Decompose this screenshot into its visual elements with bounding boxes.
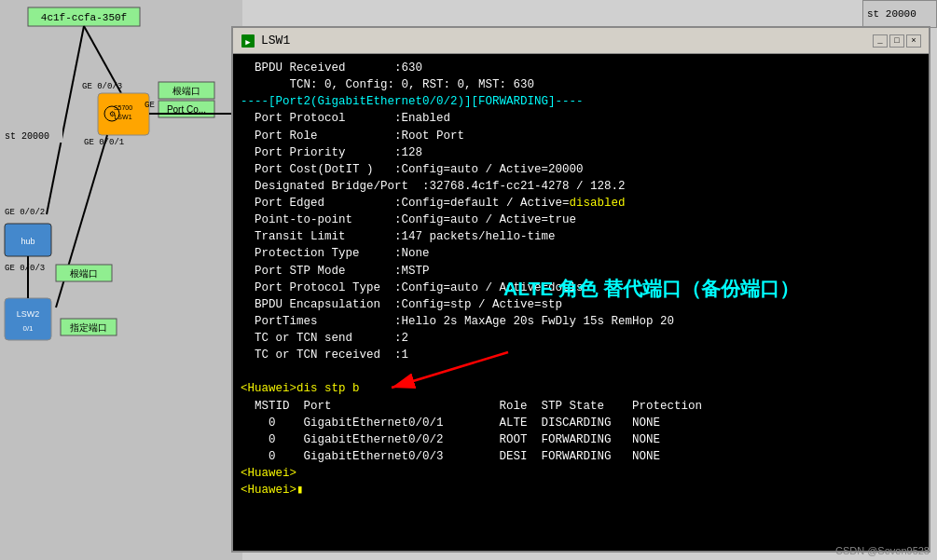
terminal-line-24: <Huawei> (241, 465, 921, 482)
svg-text:▶: ▶ (245, 38, 251, 48)
svg-text:GE 0/0/2: GE 0/0/2 (5, 208, 45, 217)
terminal-line-19: <Huawei>dis stp b (241, 380, 921, 397)
terminal-line-11: Protection Type :None (241, 245, 921, 262)
partial-window: st 20000 (862, 0, 937, 28)
svg-text:st 20000: st 20000 (5, 131, 49, 142)
terminal-line-9: Point-to-point :Config=auto / Active=tru… (241, 212, 921, 228)
terminal-line-6: Port Cost(DotIT ) :Config=auto / Active=… (241, 161, 921, 178)
terminal-line-16: TC or TCN send :2 (241, 330, 921, 347)
csdn-watermark: CSDN @Seven9528 (835, 545, 930, 556)
terminal-line-13: Port Protocol Type :Config=auto / Active… (241, 280, 921, 296)
terminal-titlebar: ▶ LSW1 _ □ × (233, 28, 929, 54)
terminal-line-17: TC or TCN received :1 (241, 347, 921, 363)
terminal-line-15: PortTimes :Hello 2s MaxAge 20s FwDly 15s… (241, 313, 921, 330)
network-diagram: 4c1f-ccfa-350f S5700 LSW1 ⚙ GE 0/0/3 GE … (0, 0, 242, 560)
terminal-line-5: Port Priority :128 (241, 144, 921, 161)
terminal-window: ▶ LSW1 _ □ × BPDU Received :630 TCN: 0, … (231, 26, 930, 553)
terminal-line-1: TCN: 0, Config: 0, RST: 0, MST: 630 (241, 76, 921, 93)
terminal-line-21: 0 GigabitEthernet0/0/1 ALTE DISCARDING N… (241, 415, 921, 431)
terminal-line-0: BPDU Received :630 (241, 60, 921, 76)
svg-text:hub: hub (21, 237, 34, 246)
svg-rect-27 (5, 298, 51, 340)
terminal-line-10: Transit Limit :147 packets/hello-time (241, 228, 921, 245)
terminal-line-4: Port Role :Root Port (241, 128, 921, 144)
minimize-button[interactable]: _ (873, 34, 888, 48)
terminal-line-14: BPDU Encapsulation :Config=stp / Active=… (241, 296, 921, 313)
partial-window-text: st 20000 (867, 8, 916, 20)
terminal-line-20: MSTID Port Role STP State Protection (241, 398, 921, 415)
svg-text:⚙: ⚙ (109, 110, 116, 118)
svg-text:GE 0/0/3: GE 0/0/3 (5, 264, 45, 273)
svg-text:根端口: 根端口 (172, 86, 200, 96)
terminal-line-8: Port Edged :Config=default / Active=disa… (241, 195, 921, 212)
terminal-line-18 (241, 363, 921, 380)
svg-text:指定端口: 指定端口 (69, 322, 107, 333)
terminal-body: BPDU Received :630 TCN: 0, Config: 0, RS… (233, 54, 929, 551)
terminal-line-7: Designated Bridge/Port :32768.4c1f-cc21-… (241, 178, 921, 195)
maximize-button[interactable]: □ (889, 34, 904, 48)
terminal-line-2: ----[Port2(GigabitEthernet0/0/2)][FORWAR… (241, 93, 921, 110)
terminal-icon: ▶ (241, 34, 255, 48)
svg-text:GE 0/0/3: GE 0/0/3 (82, 82, 122, 91)
terminal-line-22: 0 GigabitEthernet0/0/2 ROOT FORWARDING N… (241, 431, 921, 448)
terminal-line-12: Port STP Mode :MSTP (241, 263, 921, 280)
svg-text:根端口: 根端口 (70, 268, 98, 279)
svg-text:LSW2: LSW2 (17, 309, 40, 319)
svg-text:4c1f-ccfa-350f: 4c1f-ccfa-350f (41, 12, 127, 23)
terminal-line-23: 0 GigabitEthernet0/0/3 DESI FORWARDING N… (241, 448, 921, 465)
close-button[interactable]: × (906, 34, 921, 48)
terminal-line-25: <Huawei>▮ (241, 482, 921, 499)
terminal-title: LSW1 (261, 34, 873, 48)
window-controls[interactable]: _ □ × (873, 34, 921, 48)
svg-text:0/1: 0/1 (22, 324, 34, 333)
terminal-line-3: Port Protocol :Enabled (241, 110, 921, 127)
